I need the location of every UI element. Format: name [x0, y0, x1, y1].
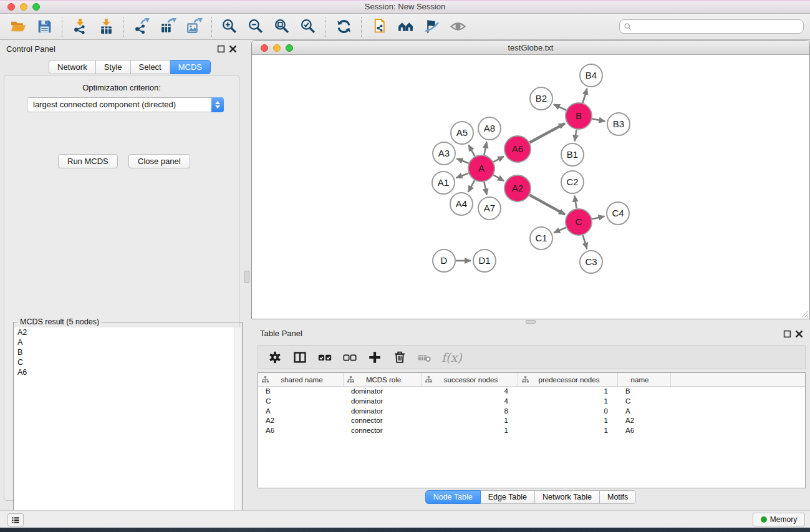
graph-edge-B-B3[interactable] [592, 118, 605, 121]
graph-node-B1[interactable]: B1 [561, 143, 584, 166]
tab-style[interactable]: Style [96, 60, 131, 74]
close-panel-button[interactable]: Close panel [128, 154, 190, 168]
result-item[interactable]: A6 [14, 367, 235, 377]
float-panel-icon[interactable] [217, 44, 226, 53]
tab-network[interactable]: Network [49, 60, 96, 74]
minimize-button[interactable] [273, 44, 281, 52]
tab-node-table[interactable]: Node Table [425, 490, 481, 504]
hide-flag-button[interactable] [418, 16, 445, 38]
graph-node-A1[interactable]: A1 [432, 172, 455, 194]
split-columns-button[interactable] [289, 347, 311, 368]
network-document-button[interactable] [366, 16, 392, 38]
home-view-button[interactable] [392, 16, 418, 38]
save-session-button[interactable] [31, 16, 57, 38]
export-table-button[interactable] [155, 16, 181, 38]
table-row[interactable]: A2connector11A2 [258, 416, 805, 426]
zoom-button[interactable] [286, 44, 293, 52]
task-history-button[interactable] [7, 513, 24, 526]
search-box[interactable] [619, 19, 804, 34]
graph-edge-C-C3[interactable] [583, 235, 587, 249]
graph-node-D1[interactable]: D1 [473, 249, 496, 272]
column-header-successor-nodes[interactable]: successor nodes [422, 373, 518, 386]
graph-edge-A-A4[interactable] [468, 180, 475, 192]
close-button[interactable] [261, 44, 268, 52]
refresh-layout-button[interactable] [330, 16, 357, 38]
graph-node-A8[interactable]: A8 [478, 117, 501, 140]
close-panel-icon[interactable] [229, 44, 238, 53]
graph-edge-A-A1[interactable] [456, 173, 469, 178]
import-network-button[interactable] [67, 16, 93, 38]
memory-button[interactable]: Memory [753, 513, 805, 526]
graph-node-B4[interactable]: B4 [580, 64, 602, 87]
close-button[interactable] [7, 3, 15, 11]
tab-mcds[interactable]: MCDS [170, 60, 211, 74]
tab-edge-table[interactable]: Edge Table [481, 490, 535, 504]
table-row[interactable]: Bdominator41B [258, 387, 805, 397]
search-input[interactable] [632, 20, 803, 33]
column-header-predecessor-nodes[interactable]: predecessor nodes [518, 373, 618, 386]
open-folder-button[interactable] [5, 16, 31, 38]
graph-edge-C-C2[interactable] [574, 196, 576, 209]
show-eye-button[interactable] [445, 16, 471, 38]
graph-node-A7[interactable]: A7 [478, 197, 501, 220]
tab-select[interactable]: Select [131, 60, 170, 74]
graph-node-C1[interactable]: C1 [530, 227, 552, 249]
table-row[interactable]: Cdominator41C [258, 397, 805, 407]
result-item[interactable]: C [14, 357, 235, 367]
graph-edge-B-B4[interactable] [583, 89, 587, 103]
select-all-checks-button[interactable] [314, 347, 335, 368]
graph-edge-A-A6[interactable] [493, 157, 504, 162]
graph-node-A4[interactable]: A4 [450, 193, 473, 215]
graph-edge-A-A2[interactable] [493, 175, 504, 181]
graph-node-C2[interactable]: C2 [561, 171, 584, 193]
network-canvas[interactable]: AA1A2A3A4A5A6A7A8BB1B2B3B4CC1C2C3C4DD1 [252, 55, 809, 319]
graph-node-B3[interactable]: B3 [607, 113, 630, 135]
minimize-button[interactable] [20, 3, 27, 11]
graph-edge-A-A5[interactable] [469, 145, 475, 156]
function-builder-icon[interactable]: f(x) [439, 351, 462, 364]
export-image-button[interactable] [181, 16, 207, 38]
graph-node-A[interactable]: A [468, 155, 494, 181]
close-panel-icon[interactable] [795, 329, 804, 338]
zoom-selected-button[interactable] [295, 16, 321, 38]
vertical-divider[interactable] [243, 40, 251, 510]
mcds-result-list[interactable]: A2ABCA6 [14, 327, 235, 532]
run-mcds-button[interactable]: Run MCDS [58, 154, 118, 168]
graph-edge-A6-B[interactable] [529, 123, 565, 143]
graph-node-B2[interactable]: B2 [530, 87, 552, 110]
zoom-out-button[interactable] [243, 16, 269, 38]
gear-button[interactable] [264, 347, 286, 368]
graph-edge-C-C4[interactable] [592, 216, 605, 219]
float-panel-icon[interactable] [783, 329, 792, 338]
column-header-name[interactable]: name [618, 373, 671, 386]
graph-edge-A-A3[interactable] [456, 158, 468, 163]
zoom-button[interactable] [32, 3, 40, 11]
import-table-button[interactable] [93, 16, 119, 38]
graph-node-C4[interactable]: C4 [607, 202, 629, 225]
horizontal-divider[interactable] [251, 319, 810, 324]
result-scrollbar[interactable] [234, 327, 241, 532]
network-window-titlebar[interactable]: testGlobe.txt [252, 41, 809, 55]
result-item[interactable]: A [14, 337, 235, 347]
graph-node-A6[interactable]: A6 [504, 136, 531, 162]
resize-grip[interactable] [801, 310, 808, 317]
column-header-shared-name[interactable]: shared name [258, 373, 344, 386]
graph-node-B[interactable]: B [566, 103, 592, 129]
graph-edge-A-A8[interactable] [484, 142, 486, 155]
split-handle-horizontal[interactable] [526, 320, 536, 324]
result-item[interactable]: B [14, 347, 235, 357]
split-handle-vertical[interactable] [244, 271, 249, 283]
delete-table-button[interactable] [414, 347, 435, 368]
table-row[interactable]: Adominator80A [258, 407, 805, 417]
column-header-MCDS-role[interactable]: MCDS role [344, 373, 422, 386]
graph-node-A3[interactable]: A3 [433, 142, 455, 165]
graph-edge-A-A7[interactable] [484, 182, 486, 195]
delete-column-button[interactable] [389, 347, 410, 368]
graph-edge-A2-C[interactable] [529, 195, 565, 215]
export-network-button[interactable] [128, 16, 155, 38]
graph-node-C3[interactable]: C3 [580, 251, 602, 273]
zoom-in-button[interactable] [216, 16, 243, 38]
criterion-select[interactable]: largest connected component (directed) [27, 97, 224, 112]
result-item[interactable]: A2 [14, 327, 235, 337]
deselect-all-checks-button[interactable] [339, 347, 360, 368]
